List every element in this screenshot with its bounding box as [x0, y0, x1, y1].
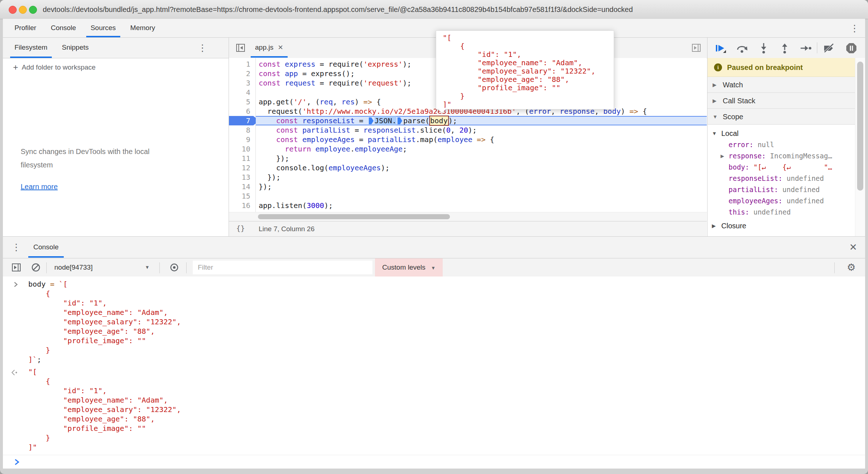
- scope-variable-response[interactable]: ▶response: IncomingMessag…: [708, 150, 865, 162]
- cursor-position-label: Line 7, Column 26: [259, 221, 314, 237]
- console-echo-line: ]`;: [28, 355, 181, 364]
- scope-variable-this: this: undefined: [708, 207, 865, 218]
- code-line[interactable]: const responseList = JSON.parse(body);: [256, 116, 707, 125]
- console-drawer-tab[interactable]: Console: [27, 237, 65, 258]
- navigator-overflow-menu-icon[interactable]: ⋮: [198, 43, 207, 53]
- chevron-down-icon[interactable]: ▼: [713, 109, 718, 125]
- gutter-line-number[interactable]: 2: [229, 69, 255, 78]
- gutter-line-number[interactable]: 3: [229, 78, 255, 88]
- chevron-down-icon[interactable]: ▼: [712, 128, 717, 139]
- gutter-line-number[interactable]: 15: [229, 191, 255, 201]
- console-result-line: "id": "1",: [28, 386, 181, 395]
- code-line[interactable]: });: [256, 154, 707, 163]
- window-close-button[interactable]: [9, 6, 17, 14]
- gutter-line-number[interactable]: 5: [229, 97, 255, 107]
- console-drawer: ⋮ Console ✕ node[94733] ▼: [3, 236, 865, 468]
- show-debugger-sidebar-icon[interactable]: [690, 42, 702, 54]
- console-prompt-chevron-icon[interactable]: [13, 458, 21, 466]
- scope-group-closure[interactable]: ▶ Closure: [708, 220, 865, 232]
- tooltip-line: "employee_salary": "12322",: [443, 67, 614, 75]
- scope-section-header[interactable]: ▼ Scope: [708, 109, 865, 125]
- step-out-icon[interactable]: [779, 42, 791, 54]
- watch-section-header[interactable]: ▶ Watch: [708, 77, 865, 93]
- console-settings-gear-icon[interactable]: ⚙: [847, 258, 856, 276]
- info-icon: i: [714, 63, 722, 71]
- gutter-line-number[interactable]: 8: [229, 125, 255, 135]
- execution-context-select[interactable]: node[94733]: [54, 258, 93, 276]
- gutter-line-number[interactable]: 14: [229, 182, 255, 191]
- main-tab-memory[interactable]: Memory: [123, 19, 163, 37]
- gutter-line-number[interactable]: 10: [229, 144, 255, 154]
- window-title: devtools://devtools/bundled/js_app.html?…: [43, 0, 865, 19]
- code-line[interactable]: const employeeAges = partialList.map(emp…: [256, 135, 707, 144]
- gutter-line-number[interactable]: 13: [229, 172, 255, 182]
- step-into-icon[interactable]: [758, 42, 770, 54]
- call-stack-section-header[interactable]: ▶ Call Stack: [708, 93, 865, 109]
- custom-levels-dropdown[interactable]: Custom levels ▼: [375, 258, 443, 276]
- gutter-line-number[interactable]: 1: [229, 59, 255, 69]
- toolbar-divider: [834, 262, 835, 273]
- chevron-right-icon[interactable]: ▶: [721, 150, 724, 162]
- chevron-right-icon[interactable]: ▶: [713, 93, 717, 109]
- pretty-print-icon[interactable]: {}: [236, 224, 245, 233]
- gutter-line-number[interactable]: 9: [229, 135, 255, 144]
- continue-to-marker-icon[interactable]: [397, 117, 402, 124]
- resume-script-icon[interactable]: [714, 42, 726, 54]
- code-line[interactable]: return employee.employeeAge;: [256, 144, 707, 154]
- continue-to-marker-icon[interactable]: [369, 117, 374, 124]
- scope-variable-error: error: null: [708, 139, 865, 150]
- plus-icon: +: [13, 62, 18, 72]
- add-folder-button[interactable]: +Add folder to workspace: [13, 62, 96, 72]
- drawer-overflow-menu-icon[interactable]: ⋮: [12, 242, 21, 252]
- scope-group-local[interactable]: ▼ Local: [708, 128, 865, 139]
- code-line[interactable]: app.listen(3000);: [256, 201, 707, 210]
- gutter-line-number[interactable]: 4: [229, 88, 255, 97]
- pause-on-exceptions-icon[interactable]: [845, 42, 857, 54]
- chevron-right-icon[interactable]: ▶: [712, 220, 716, 232]
- gutter-line-number[interactable]: 16: [229, 201, 255, 210]
- file-tab-label: app.js: [255, 43, 274, 51]
- main-tab-console[interactable]: Console: [43, 19, 83, 37]
- window-zoom-button[interactable]: [29, 6, 37, 14]
- scope-tree: ▼ Local error: null▶response: IncomingMe…: [708, 125, 865, 236]
- live-expression-eye-icon[interactable]: [169, 262, 180, 273]
- chevron-right-icon[interactable]: ▶: [713, 77, 717, 93]
- gutter-line-number[interactable]: 7: [229, 116, 255, 125]
- close-drawer-icon[interactable]: ✕: [849, 237, 857, 258]
- chevron-down-icon[interactable]: ▼: [145, 258, 150, 276]
- code-line[interactable]: console.log(employeeAges);: [256, 163, 707, 172]
- window-minimize-button[interactable]: [19, 6, 27, 14]
- main-tab-profiler[interactable]: Profiler: [7, 19, 43, 37]
- code-line[interactable]: const partialList = responseList.slice(0…: [256, 125, 707, 135]
- navigator-tab-snippets[interactable]: Snippets: [55, 38, 96, 58]
- scrollbar-thumb[interactable]: [258, 214, 450, 219]
- learn-more-link[interactable]: Learn more: [21, 183, 58, 191]
- file-tab-appjs[interactable]: app.js✕: [249, 38, 289, 58]
- gutter-line-number[interactable]: 11: [229, 154, 255, 163]
- show-console-sidebar-icon[interactable]: [11, 262, 22, 273]
- step-over-icon[interactable]: [736, 42, 748, 54]
- sidebar-scrollbar[interactable]: [855, 58, 865, 236]
- console-filter-input[interactable]: [193, 261, 372, 274]
- main-overflow-menu-icon[interactable]: ⋮: [850, 24, 859, 33]
- debugger-toolbar: [708, 38, 865, 58]
- editor-gutter[interactable]: 1234567891011121314151617: [229, 58, 256, 221]
- console-echo-line: "employee_age": "88",: [28, 327, 181, 336]
- hide-navigator-icon[interactable]: [235, 42, 246, 54]
- code-line[interactable]: });: [256, 172, 707, 182]
- main-tab-sources[interactable]: Sources: [83, 19, 123, 37]
- code-line[interactable]: });: [256, 182, 707, 191]
- close-tab-icon[interactable]: ✕: [278, 44, 283, 51]
- gutter-line-number[interactable]: 12: [229, 163, 255, 172]
- console-toolbar: node[94733] ▼ Custom levels ▼ ⚙: [3, 258, 865, 277]
- window-title-bar[interactable]: devtools://devtools/bundled/js_app.html?…: [0, 0, 868, 19]
- paused-message: Paused on breakpoint: [727, 58, 803, 77]
- clear-console-icon[interactable]: [30, 262, 41, 273]
- code-line[interactable]: [256, 191, 707, 201]
- scrollbar-thumb[interactable]: [857, 62, 863, 191]
- deactivate-breakpoints-icon[interactable]: [823, 42, 836, 54]
- navigator-tab-filesystem[interactable]: Filesystem: [7, 38, 55, 58]
- editor-horizontal-scrollbar[interactable]: [229, 212, 707, 221]
- step-icon[interactable]: [800, 42, 812, 54]
- gutter-line-number[interactable]: 6: [229, 107, 255, 116]
